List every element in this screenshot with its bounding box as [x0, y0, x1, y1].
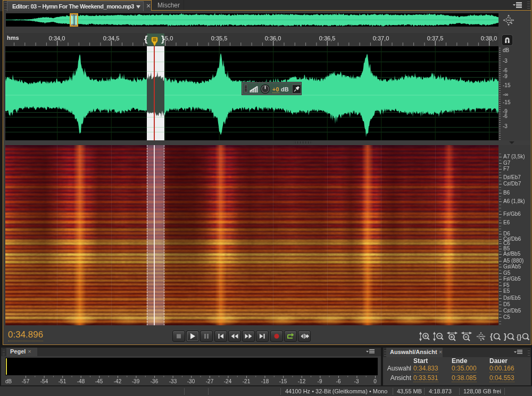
svg-text:}: } — [504, 332, 507, 341]
svg-text:{}: {} — [517, 333, 522, 341]
svg-text:{: { — [490, 332, 493, 341]
